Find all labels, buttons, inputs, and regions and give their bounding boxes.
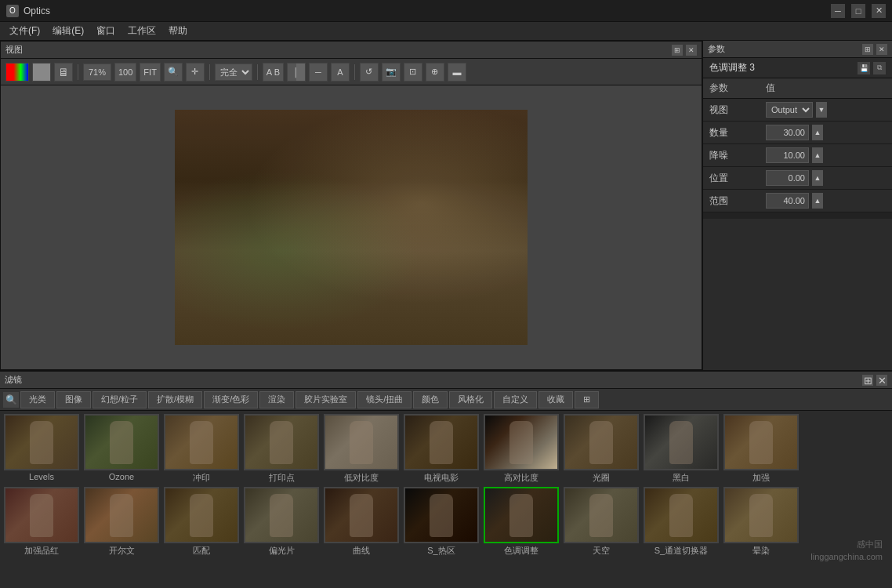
- params-panel-expand-btn[interactable]: ⊞: [862, 44, 873, 55]
- filter-item-tvmovie[interactable]: 电视电影: [403, 414, 480, 484]
- zoom-100-button[interactable]: 100: [114, 63, 136, 82]
- params-table: 参数 值 视图OutputInput▼数量▲降噪▲位置▲范围▲: [703, 78, 892, 212]
- rgb-button[interactable]: [5, 63, 29, 82]
- filter-item-blur2[interactable]: 晕染: [723, 487, 800, 557]
- view-panel-expand-btn[interactable]: ⊞: [672, 45, 683, 56]
- filter-thumb-cprint: [164, 414, 239, 470]
- menu-item-文件(F)[interactable]: 文件(F): [3, 23, 46, 39]
- filter-tab-render[interactable]: 渲染: [259, 391, 294, 408]
- filter-item-coloradj[interactable]: 色调调整: [483, 487, 560, 557]
- filter-item-lowcon[interactable]: 低对比度: [323, 414, 400, 484]
- refresh-button[interactable]: ↺: [360, 63, 379, 82]
- param-input-2[interactable]: [766, 147, 809, 163]
- filter-label-highcon: 高对比度: [484, 472, 559, 484]
- crop-button[interactable]: ⊡: [404, 63, 422, 82]
- filter-item-halftone[interactable]: 打印点: [243, 414, 320, 484]
- filter-tab-film[interactable]: 胶片实验室: [296, 391, 356, 408]
- filter-item-chswitch[interactable]: S_通道切换器: [643, 487, 720, 557]
- param-select-0[interactable]: OutputInput: [766, 102, 813, 118]
- image-area: [1, 85, 702, 369]
- filter-grid: LevelsOzone冲印打印点低对比度电视电影高对比度光圈黑白加强加强品红开尔…: [0, 411, 892, 588]
- filter-item-cprint[interactable]: 冲印: [163, 414, 240, 484]
- view-panel-close-btn[interactable]: ✕: [686, 45, 697, 56]
- zoom-fit-button[interactable]: FIT: [140, 63, 161, 82]
- params-panel-close-btn[interactable]: ✕: [876, 44, 887, 55]
- filter-label-ozone: Ozone: [84, 472, 159, 481]
- filter-thumb-lowcon: [324, 414, 399, 470]
- filter-item-hotzone[interactable]: S_热区: [403, 487, 480, 557]
- filter-action-icons: 💾 ⧉: [858, 62, 886, 74]
- filter-item-highcon[interactable]: 高对比度: [483, 414, 560, 484]
- a-button[interactable]: A: [331, 63, 350, 82]
- filter-label-aperture: 光圈: [564, 472, 639, 484]
- filter-item-enhance[interactable]: 加强: [723, 414, 800, 484]
- close-button[interactable]: ✕: [872, 4, 886, 18]
- param-stepper-2[interactable]: ▲: [812, 147, 823, 163]
- ab-button[interactable]: A B: [263, 63, 284, 82]
- param-name-4: 范围: [703, 190, 760, 212]
- param-arrow-0[interactable]: ▼: [816, 102, 827, 118]
- filter-thumb-polar: [244, 487, 319, 543]
- filter-panel-close-btn[interactable]: ✕: [876, 375, 887, 386]
- filter-tab-color[interactable]: 颜色: [413, 391, 448, 408]
- filter-tab-lens[interactable]: 镜头/扭曲: [357, 391, 412, 408]
- filter-item-kelvin[interactable]: 开尔文: [83, 487, 160, 557]
- monitor-button[interactable]: 🖥: [54, 63, 73, 82]
- pan-tool-button[interactable]: ✛: [186, 63, 205, 82]
- minimize-button[interactable]: ─: [831, 4, 845, 18]
- menu-item-工作区[interactable]: 工作区: [121, 23, 162, 39]
- filter-tab-image[interactable]: 图像: [56, 391, 91, 408]
- filter-item-levels[interactable]: Levels: [3, 414, 80, 484]
- filter-item-bw[interactable]: 黑白: [643, 414, 720, 484]
- filter-tab-style[interactable]: 风格化: [449, 391, 492, 408]
- filter-item-sky[interactable]: 天空: [563, 487, 640, 557]
- target-button[interactable]: ⊕: [426, 63, 444, 82]
- filter-item-match[interactable]: 匹配: [163, 487, 240, 557]
- zoom-input[interactable]: 71%: [83, 64, 111, 81]
- filter-panel-expand-btn[interactable]: ⊞: [862, 375, 873, 386]
- param-stepper-4[interactable]: ▲: [812, 193, 823, 209]
- filter-search-btn[interactable]: 🔍: [3, 392, 19, 408]
- split-h-button[interactable]: ─: [309, 63, 328, 82]
- filter-tab-light[interactable]: 光类: [20, 391, 55, 408]
- param-stepper-3[interactable]: ▲: [812, 170, 823, 186]
- zoom-tool-button[interactable]: 🔍: [164, 63, 183, 82]
- camera-button[interactable]: 📷: [382, 63, 401, 82]
- menu-item-帮助[interactable]: 帮助: [162, 23, 194, 39]
- filter-item-curve[interactable]: 曲线: [323, 487, 400, 557]
- filter-tab-gradient[interactable]: 渐变/色彩: [204, 391, 258, 408]
- filter-copy-btn[interactable]: ⧉: [873, 62, 886, 74]
- split-v-button[interactable]: │: [287, 63, 306, 82]
- filter-item-pinker[interactable]: 加强品红: [3, 487, 80, 557]
- filter-tab-grid[interactable]: ⊞: [575, 391, 599, 408]
- window-controls: ─ □ ✕: [831, 4, 886, 18]
- filter-item-aperture[interactable]: 光圈: [563, 414, 640, 484]
- filter-tab-collection[interactable]: 收藏: [538, 391, 573, 408]
- param-stepper-1[interactable]: ▲: [812, 125, 823, 140]
- view-panel-buttons: ⊞ ✕: [672, 45, 697, 56]
- menu-item-窗口[interactable]: 窗口: [90, 23, 121, 39]
- param-name-3: 位置: [703, 167, 760, 190]
- filter-label-blur2: 晕染: [723, 545, 799, 557]
- filter-item-polar[interactable]: 偏光片: [243, 487, 320, 557]
- filter-tab-fantasy[interactable]: 幻想/粒子: [92, 391, 147, 408]
- param-input-4[interactable]: [766, 193, 809, 209]
- view-mode-select[interactable]: 完全: [215, 64, 252, 81]
- filter-tab-diffuse[interactable]: 扩散/模糊: [148, 391, 202, 408]
- params-horizontal-scrollbar[interactable]: [703, 212, 892, 219]
- param-input-3[interactable]: [766, 170, 809, 186]
- filter-thumb-curve: [324, 487, 399, 543]
- params-table-header-row: 参数 值: [703, 78, 892, 99]
- filter-save-btn[interactable]: 💾: [858, 62, 870, 74]
- gray-button[interactable]: [32, 63, 51, 82]
- param-input-1[interactable]: [766, 125, 809, 140]
- filter-item-ozone[interactable]: Ozone: [83, 414, 160, 484]
- filter-label-polar: 偏光片: [244, 545, 319, 557]
- maximize-button[interactable]: □: [851, 4, 865, 18]
- toolbar-separator-4: [354, 64, 355, 80]
- filter-thumb-highcon: [484, 414, 559, 470]
- menu-item-编辑(E)[interactable]: 编辑(E): [46, 23, 90, 39]
- filter-panel: 滤镜 ⊞ ✕ 🔍光类图像幻想/粒子扩散/模糊渐变/色彩渲染胶片实验室镜头/扭曲颜…: [0, 370, 892, 588]
- histogram-button[interactable]: ▬: [448, 63, 466, 82]
- filter-tab-custom[interactable]: 自定义: [494, 391, 537, 408]
